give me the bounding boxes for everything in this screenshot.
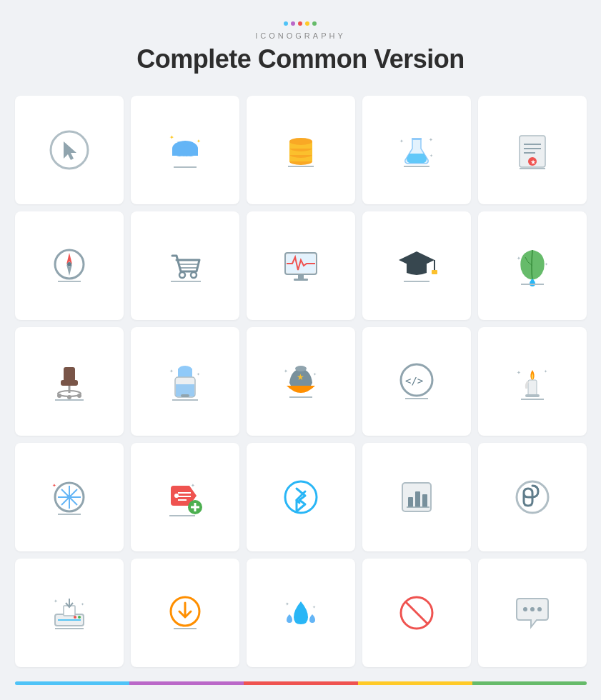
certificate-icon-cell: ★ — [478, 96, 587, 204]
water-dispenser-icon-cell: ✦ ✦ — [131, 327, 239, 436]
shopping-cart-icon — [164, 244, 207, 287]
code-icon: </> — [395, 360, 438, 403]
paperclip-icon — [511, 476, 554, 519]
footer-bar-purple — [129, 681, 244, 685]
svg-text:✦: ✦ — [197, 372, 200, 376]
chart-bar-icon — [395, 476, 438, 519]
svg-text:✦: ✦ — [285, 601, 289, 606]
svg-point-120 — [523, 607, 527, 611]
chart-bar-icon-cell — [362, 443, 471, 551]
scanner-icon: ✦ ✦ — [48, 591, 91, 634]
footer-bar-red — [244, 681, 358, 685]
graduation-cap-icon — [395, 244, 438, 287]
svg-point-55 — [57, 394, 61, 398]
star-cap-icon-cell: ✦ ✦ ★ — [247, 327, 355, 436]
svg-point-38 — [191, 272, 197, 278]
science-flask-icon-cell: ✦ ✦ ✦ — [362, 96, 471, 204]
footer-bar-cyan — [15, 681, 129, 685]
svg-text:★: ★ — [530, 159, 536, 166]
svg-text:</>: </> — [405, 375, 423, 386]
candle-icon: ✦ ✦ — [511, 360, 554, 403]
svg-rect-101 — [422, 494, 427, 507]
certificate-icon: ★ — [511, 129, 554, 171]
svg-rect-43 — [294, 279, 308, 281]
office-chair-icon-cell — [15, 327, 124, 436]
shopping-cart-icon-cell — [131, 211, 239, 320]
svg-text:✦: ✦ — [313, 372, 317, 376]
svg-point-16 — [289, 138, 312, 145]
svg-text:✦: ✦ — [545, 262, 548, 266]
office-chair-icon — [48, 360, 91, 403]
cloud-upload-icon-cell: ✦ ✦ — [131, 96, 239, 204]
footer-bar-yellow — [358, 681, 472, 685]
leaf-drop-icon: ✦ ✦ — [511, 244, 554, 287]
no-entry-icon — [395, 591, 438, 634]
scanner-icon-cell: ✦ ✦ — [15, 559, 124, 667]
snowflake-timer-icon: ✦ — [48, 476, 91, 519]
svg-marker-1 — [64, 141, 76, 160]
svg-text:✦: ✦ — [429, 154, 433, 158]
footer-bar-green — [472, 681, 587, 685]
chat-dots-icon-cell — [478, 559, 587, 667]
svg-rect-99 — [408, 497, 413, 507]
svg-point-111 — [74, 616, 76, 619]
svg-text:✦: ✦ — [312, 605, 316, 609]
svg-line-119 — [405, 601, 428, 624]
svg-point-57 — [77, 394, 81, 398]
cloud-upload-icon: ✦ ✦ — [164, 129, 207, 171]
svg-point-37 — [179, 272, 185, 278]
water-drops-icon-cell: ✦ ✦ — [247, 559, 355, 667]
svg-text:✦: ✦ — [399, 139, 404, 144]
svg-rect-51 — [64, 367, 75, 381]
water-drops-icon: ✦ ✦ — [279, 591, 322, 634]
header-title: Complete Common Version — [136, 44, 465, 74]
cursor-icon-cell — [15, 96, 124, 204]
leaf-drop-icon-cell: ✦ ✦ — [478, 211, 587, 320]
svg-text:✦: ✦ — [191, 483, 195, 488]
svg-rect-77 — [528, 380, 537, 396]
download-circle-icon-cell — [131, 559, 239, 667]
svg-text:✦: ✦ — [544, 369, 547, 374]
svg-text:✦: ✦ — [169, 134, 174, 141]
svg-rect-62 — [178, 369, 192, 377]
svg-text:★: ★ — [297, 372, 304, 382]
svg-point-122 — [537, 607, 542, 611]
svg-rect-21 — [412, 138, 422, 140]
science-flask-icon: ✦ ✦ ✦ — [395, 129, 438, 171]
candle-icon-cell: ✦ ✦ — [478, 327, 587, 436]
download-circle-icon — [164, 591, 207, 634]
svg-point-86 — [67, 495, 71, 499]
header-dots — [136, 21, 465, 26]
svg-text:✦: ✦ — [284, 369, 288, 374]
svg-text:✦: ✦ — [81, 602, 84, 606]
star-cap-icon: ✦ ✦ ★ — [279, 360, 322, 403]
svg-rect-46 — [432, 270, 437, 274]
bluetooth-icon — [279, 476, 322, 519]
svg-point-110 — [78, 616, 81, 619]
footer-bars — [15, 681, 587, 685]
bluetooth-icon-cell — [247, 443, 355, 551]
snowflake-timer-icon-cell: ✦ — [15, 443, 124, 551]
cursor-icon — [48, 129, 91, 171]
svg-text:✦: ✦ — [517, 256, 521, 261]
header-subtitle: ICONOGRAPHY — [136, 31, 465, 40]
water-dispenser-icon: ✦ ✦ — [164, 360, 207, 403]
svg-rect-7 — [172, 149, 198, 156]
svg-rect-65 — [181, 394, 189, 397]
svg-rect-42 — [298, 274, 304, 279]
price-tag-icon-cell: ✦ — [131, 443, 239, 551]
chat-dots-icon — [511, 591, 554, 634]
monitor-heartbeat-icon-cell — [247, 211, 355, 320]
svg-point-69 — [295, 366, 307, 371]
svg-text:✦: ✦ — [197, 139, 201, 144]
paperclip-icon-cell — [478, 443, 587, 551]
svg-text:✦: ✦ — [54, 599, 58, 604]
svg-point-33 — [67, 262, 71, 266]
svg-rect-78 — [525, 394, 540, 397]
svg-text:✦: ✦ — [52, 483, 56, 488]
svg-rect-52 — [61, 380, 78, 386]
database-coins-icon — [279, 129, 322, 171]
svg-rect-100 — [415, 491, 420, 507]
svg-text:✦: ✦ — [429, 137, 433, 142]
svg-point-121 — [530, 607, 535, 611]
